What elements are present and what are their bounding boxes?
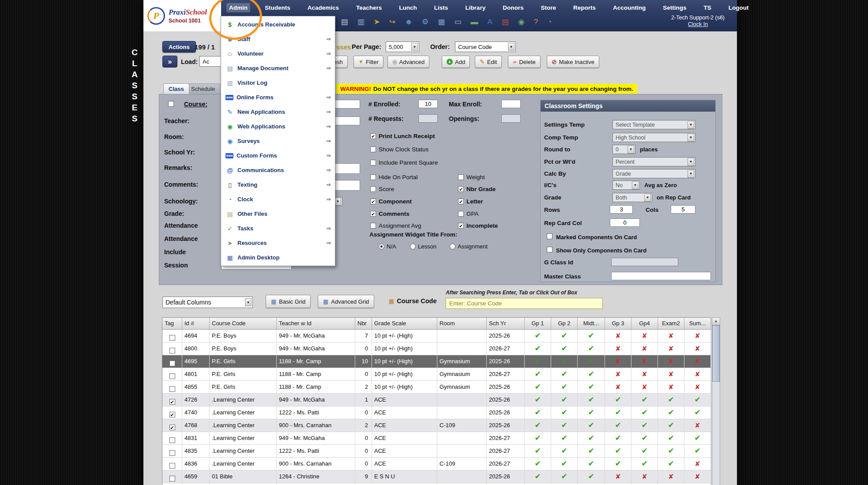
letter-checkbox[interactable]: ✔ <box>458 199 464 204</box>
actions-button[interactable]: Actions <box>162 41 196 53</box>
menu-item-visitor-log[interactable]: ▥Visitor Log <box>221 75 335 90</box>
keyboard-icon[interactable]: ▭ <box>454 17 461 27</box>
table-row[interactable]: 465901 Bible1264 - Christine9E S N U2025… <box>162 470 710 483</box>
checkbox-row-include-parent-square[interactable]: Include Parent Square <box>370 158 438 166</box>
course-checkbox[interactable] <box>168 101 174 107</box>
add-button[interactable]: +Add <box>442 56 470 68</box>
score-checkbox[interactable] <box>370 186 376 192</box>
checkbox-row-print-lunch-receipt[interactable]: ✔Print Lunch Receipt <box>370 132 435 140</box>
column-header-gp-3[interactable]: Gp 3 <box>605 318 631 329</box>
nav-item-lists[interactable]: Lists <box>432 3 451 12</box>
menu-item-resources[interactable]: ➤Resources⇒ <box>221 236 335 250</box>
weight-checkbox[interactable] <box>458 174 464 180</box>
column-header-teacher-w-id[interactable]: Teacher w Id <box>277 318 355 329</box>
column-header-exam2[interactable]: Exam2 <box>658 318 684 329</box>
row-tag-checkbox[interactable] <box>169 476 175 481</box>
checkbox-row-hide-on-portal[interactable]: Hide On Portal <box>370 173 418 181</box>
nav-item-ts[interactable]: TS <box>701 3 714 12</box>
menu-item-web-applications[interactable]: ◉Web Applications⇒ <box>221 119 335 134</box>
column-header-id[interactable]: Id # <box>182 318 210 329</box>
logo[interactable]: P PraxiSchool School 1001 <box>143 0 221 31</box>
component-checkbox[interactable]: ✔ <box>370 199 376 204</box>
scrollbar-thumb[interactable] <box>712 325 720 382</box>
column-header-tag[interactable]: Tag <box>162 318 182 329</box>
column-header-course-code[interactable]: Course Code <box>210 318 277 329</box>
grades-icon[interactable]: A <box>487 17 492 27</box>
checkbox-row-letter[interactable]: ✔Letter <box>458 197 483 205</box>
table-row[interactable]: ✔4768.Learning Center900 - Mrs. Carnahan… <box>162 419 710 432</box>
table-row[interactable]: 4831.Learning Center949 - Mr. McGaha0ACE… <box>162 432 710 445</box>
show-only-components-checkbox[interactable] <box>547 247 552 252</box>
table-row[interactable]: 4836.Learning Center900 - Mrs. Carnahan0… <box>162 458 710 470</box>
pct-or-wt-d-select[interactable]: Percent▼ <box>612 157 695 166</box>
course-code-search-input[interactable] <box>446 298 603 309</box>
table-row[interactable]: 4800P.E. Boys949 - Mr. McGaha010 pt +/- … <box>162 342 710 355</box>
order-select[interactable]: Course Code▼ <box>455 41 516 52</box>
nav-item-logout[interactable]: Logout <box>726 3 752 12</box>
gpa-checkbox[interactable] <box>458 211 464 217</box>
row-tag-checkbox[interactable] <box>169 463 175 469</box>
row-tag-checkbox[interactable] <box>169 450 175 456</box>
checkbox-row-assignment-avg[interactable]: Assignment Avg <box>370 222 421 229</box>
row-tag-checkbox[interactable]: ✔ <box>169 412 175 417</box>
requests-input[interactable] <box>418 114 438 123</box>
columns-select[interactable]: Default Columns▼ <box>162 297 253 308</box>
row-tag-checkbox[interactable] <box>169 373 175 379</box>
gear-icon[interactable]: ⚙ <box>422 17 428 27</box>
i-c-s-select[interactable]: No▼ <box>612 180 640 190</box>
delete-button[interactable]: ▰Delete <box>508 56 541 68</box>
radio-assignment[interactable] <box>450 244 455 249</box>
nbr-grade-checkbox[interactable]: ✔ <box>458 186 464 192</box>
incomplete-checkbox[interactable]: ✔ <box>458 223 464 229</box>
g-class-id-input[interactable] <box>611 258 678 266</box>
rep-card-col-input[interactable] <box>610 218 640 227</box>
comments-checkbox[interactable]: ✔ <box>370 211 376 217</box>
menu-item-other-files[interactable]: ▤Other Files <box>221 207 335 221</box>
marked-components-checkbox[interactable] <box>547 233 552 239</box>
table-row[interactable]: ✔4726.Learning Center949 - Mr. McGaha1AC… <box>162 394 710 406</box>
table-row[interactable]: 4835.Learning Center1222 - Ms. Patti0ACE… <box>162 445 710 458</box>
column-header-grade-scale[interactable]: Grade Scale <box>372 318 437 329</box>
calc-by-select[interactable]: Grade▼ <box>612 169 695 178</box>
comp-temp-select[interactable]: High School▼ <box>612 133 695 142</box>
menu-item-manage-document[interactable]: ▤Manage Document⇒ <box>221 61 335 75</box>
column-header-room[interactable]: Room <box>437 318 487 329</box>
clock-icon[interactable]: ◔ <box>547 17 552 27</box>
menu-item-tasks[interactable]: ✓Tasks⇒ <box>221 221 335 236</box>
show-clock-status-checkbox[interactable] <box>370 147 376 152</box>
menu-item-surveys[interactable]: ◉Surveys⇒ <box>221 134 335 148</box>
column-header-sum[interactable]: Sum... <box>684 318 711 329</box>
max-enroll-input[interactable] <box>501 100 521 108</box>
nav-item-reports[interactable]: Reports <box>571 3 598 12</box>
nav-item-store[interactable]: Store <box>538 3 559 12</box>
advanced-button[interactable]: ◎Advanced <box>387 56 429 68</box>
row-tag-checkbox[interactable]: ✔ <box>169 399 175 405</box>
advanced-grid-button[interactable]: ▦ Advanced Grid <box>318 295 374 308</box>
column-header-gp4[interactable]: Gp4 <box>631 318 658 329</box>
column-header-sch-yr[interactable]: Sch Yr <box>487 318 525 329</box>
menu-item-communications[interactable]: @Communications⇒ <box>221 163 335 177</box>
vertical-scrollbar[interactable]: ▲ <box>712 317 720 485</box>
menu-item-clock[interactable]: ◔Clock⇒ <box>221 192 335 207</box>
edit-button[interactable]: ✎Edit <box>475 56 502 68</box>
help-icon[interactable]: ? <box>534 17 538 27</box>
checkbox-row-weight[interactable]: Weight <box>458 173 485 181</box>
make-inactive-button[interactable]: ⊘Make Inactive <box>547 56 599 68</box>
grade-select[interactable]: Both▼ <box>612 193 652 202</box>
menu-item-admin-desktop[interactable]: ▦Admin Desktop <box>221 250 335 265</box>
nav-item-accounting[interactable]: Accounting <box>610 3 648 12</box>
nav-item-library[interactable]: Library <box>462 3 488 12</box>
radio-lesson[interactable] <box>410 244 416 249</box>
nav-item-students[interactable]: Students <box>262 3 293 12</box>
checkbox-row-comments[interactable]: ✔Comments <box>370 210 410 218</box>
tab-class[interactable]: Class <box>163 83 189 94</box>
rows-input[interactable] <box>610 205 633 214</box>
menu-item-texting[interactable]: ▯Texting⇒ <box>221 177 335 192</box>
cash-drawer-icon[interactable]: ▬ <box>470 17 478 27</box>
row-tag-checkbox[interactable] <box>169 361 175 366</box>
master-class-input[interactable] <box>611 272 711 280</box>
table-row[interactable]: ✔4740.Learning Center1222 - Ms. Patti0AC… <box>162 406 710 419</box>
send-icon[interactable]: ➤ <box>374 17 380 27</box>
per-page-select[interactable]: 5,000▼ <box>386 41 419 52</box>
table-row[interactable]: 4801P.E. Girls1188 - Mr. Camp010 pt +/- … <box>162 368 710 381</box>
